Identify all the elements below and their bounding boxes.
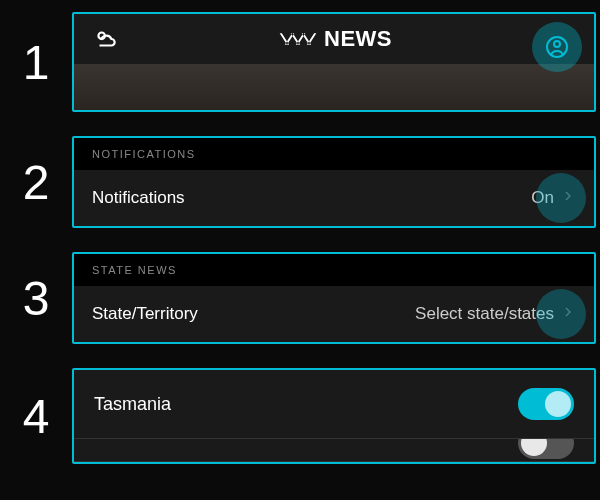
state-toggle-row-partial [74,439,594,462]
state-toggle-label: Tasmania [94,394,171,415]
profile-icon [545,35,569,59]
state-news-panel: STATE NEWS State/Territory Select state/… [72,252,596,344]
notifications-section-header: NOTIFICATIONS [74,138,594,170]
notifications-label: Notifications [92,188,185,208]
notifications-value: On [531,188,554,208]
state-territory-value: Select state/states [415,304,554,324]
notifications-row[interactable]: Notifications On [74,170,594,226]
state-toggle-tasmania[interactable] [518,388,574,420]
step-number-4: 4 [0,389,72,444]
state-toggle-panel: Tasmania [72,368,596,464]
chevron-right-icon [560,304,576,324]
app-header-panel: NEWS [72,12,596,112]
svg-point-2 [554,41,560,47]
step-number-3: 3 [0,271,72,326]
step-number-1: 1 [0,35,72,90]
state-toggle-row-tasmania: Tasmania [74,370,594,439]
weather-icon[interactable] [92,25,120,53]
notifications-panel: NOTIFICATIONS Notifications On [72,136,596,228]
state-territory-row[interactable]: State/Territory Select state/states [74,286,594,342]
state-territory-label: State/Territory [92,304,198,324]
brand-text: NEWS [324,26,392,52]
brand-title: NEWS [276,26,392,52]
toggle-knob [521,439,547,456]
abc-logo-icon [276,28,320,50]
profile-button[interactable] [532,22,582,72]
chevron-right-icon [560,188,576,208]
state-toggle[interactable] [518,439,574,459]
step-number-2: 2 [0,155,72,210]
toggle-knob [545,391,571,417]
state-news-section-header: STATE NEWS [74,254,594,286]
